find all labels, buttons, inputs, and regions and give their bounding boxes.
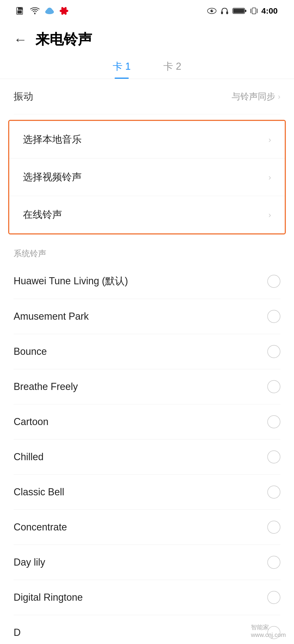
radio-btn-cartoon[interactable] bbox=[267, 415, 280, 428]
radio-btn-day-lily[interactable] bbox=[267, 556, 280, 569]
video-ringtone-label: 选择视频铃声 bbox=[23, 170, 82, 184]
vibration-chevron: › bbox=[278, 92, 280, 101]
ringtone-name-cartoon: Cartoon bbox=[14, 416, 48, 428]
sim-icon bbox=[16, 7, 26, 15]
status-bar: 4:00 bbox=[0, 0, 294, 22]
svg-point-15 bbox=[210, 10, 213, 12]
status-bar-left-icons bbox=[16, 6, 69, 16]
radio-btn-breathe-freely[interactable] bbox=[267, 380, 280, 393]
ringtone-list: Huawei Tune Living (默认) Amusement Park B… bbox=[0, 264, 294, 644]
ringtone-item-digital-ringtone[interactable]: Digital Ringtone bbox=[14, 580, 280, 615]
ringtone-name-chilled: Chilled bbox=[14, 451, 44, 463]
local-music-label: 选择本地音乐 bbox=[23, 133, 82, 146]
vibration-row[interactable]: 振动 与铃声同步 › bbox=[14, 79, 280, 114]
ringtone-name-bounce: Bounce bbox=[14, 346, 47, 357]
watermark: 智能家 www.cnj.com bbox=[251, 623, 286, 639]
ringtone-item-breathe-freely[interactable]: Breathe Freely bbox=[14, 369, 280, 404]
ringtone-name-partial: D bbox=[14, 627, 21, 638]
watermark-line1: 智能家 bbox=[251, 623, 286, 631]
vibration-label: 振动 bbox=[14, 90, 33, 103]
svg-marker-2 bbox=[18, 7, 22, 10]
eye-icon bbox=[207, 7, 217, 14]
svg-rect-22 bbox=[252, 8, 256, 14]
svg-point-3 bbox=[34, 13, 36, 14]
online-ringtone-chevron: › bbox=[268, 210, 271, 219]
video-ringtone-chevron: › bbox=[268, 173, 271, 182]
vibration-section: 振动 与铃声同步 › bbox=[0, 79, 294, 114]
ringtone-item-day-lily[interactable]: Day lily bbox=[14, 545, 280, 580]
highlighted-menu-box: 选择本地音乐 › 选择视频铃声 › 在线铃声 › bbox=[8, 120, 286, 234]
system-ringtones-header: 系统铃声 bbox=[0, 240, 294, 264]
ringtone-name-concentrate: Concentrate bbox=[14, 521, 67, 533]
watermark-line2: www.cnj.com bbox=[251, 631, 286, 639]
ringtone-name-huawei-tune: Huawei Tune Living (默认) bbox=[14, 274, 128, 288]
vibration-value-text: 与铃声同步 bbox=[232, 91, 275, 103]
svg-point-7 bbox=[47, 8, 52, 13]
online-ringtone-label: 在线铃声 bbox=[23, 208, 62, 221]
battery-icon bbox=[232, 7, 247, 14]
radio-btn-classic-bell[interactable] bbox=[267, 486, 280, 499]
ringtone-item-partial[interactable]: D bbox=[14, 615, 280, 644]
system-ringtones-label: 系统铃声 bbox=[14, 249, 46, 258]
status-time: 4:00 bbox=[261, 6, 278, 16]
vibrate-icon bbox=[250, 7, 258, 15]
tab-card2-label: 卡 2 bbox=[163, 60, 181, 73]
tabs-container: 卡 1 卡 2 bbox=[0, 54, 294, 79]
ringtone-item-classic-bell[interactable]: Classic Bell bbox=[14, 475, 280, 510]
header: ← 来电铃声 bbox=[0, 22, 294, 54]
status-bar-right-icons: 4:00 bbox=[207, 6, 278, 16]
ringtone-name-breathe-freely: Breathe Freely bbox=[14, 381, 78, 392]
ringtone-item-concentrate[interactable]: Concentrate bbox=[14, 510, 280, 545]
menu-item-local-music[interactable]: 选择本地音乐 › bbox=[9, 121, 285, 158]
vibration-value: 与铃声同步 › bbox=[232, 91, 280, 103]
huawei-icon bbox=[59, 6, 69, 16]
tab-card2[interactable]: 卡 2 bbox=[163, 60, 181, 79]
svg-rect-20 bbox=[233, 9, 244, 13]
wifi-icon bbox=[30, 7, 40, 15]
menu-item-video-ringtone[interactable]: 选择视频铃声 › bbox=[9, 158, 285, 196]
headphone-icon bbox=[220, 7, 229, 15]
cloud-icon bbox=[44, 7, 55, 15]
page-title: 来电铃声 bbox=[35, 30, 92, 49]
radio-btn-concentrate[interactable] bbox=[267, 521, 280, 534]
back-button[interactable]: ← bbox=[14, 33, 27, 46]
tab-card1[interactable]: 卡 1 bbox=[113, 60, 131, 79]
svg-rect-1 bbox=[17, 10, 22, 14]
ringtone-name-classic-bell: Classic Bell bbox=[14, 486, 64, 498]
menu-item-online-ringtone[interactable]: 在线铃声 › bbox=[9, 196, 285, 233]
radio-btn-bounce[interactable] bbox=[267, 345, 280, 358]
tab-card1-label: 卡 1 bbox=[113, 60, 131, 73]
svg-rect-21 bbox=[245, 10, 246, 12]
svg-point-13 bbox=[60, 10, 65, 12]
svg-point-16 bbox=[212, 10, 213, 11]
ringtone-name-digital-ringtone: Digital Ringtone bbox=[14, 592, 83, 603]
ringtone-item-cartoon[interactable]: Cartoon bbox=[14, 404, 280, 439]
ringtone-item-chilled[interactable]: Chilled bbox=[14, 439, 280, 475]
ringtone-name-day-lily: Day lily bbox=[14, 557, 45, 568]
svg-rect-17 bbox=[221, 11, 223, 14]
ringtone-item-bounce[interactable]: Bounce bbox=[14, 334, 280, 369]
radio-btn-digital-ringtone[interactable] bbox=[267, 591, 280, 604]
local-music-chevron: › bbox=[268, 135, 271, 144]
ringtone-name-amusement-park: Amusement Park bbox=[14, 311, 89, 322]
radio-btn-chilled[interactable] bbox=[267, 450, 280, 463]
ringtone-item-amusement-park[interactable]: Amusement Park bbox=[14, 299, 280, 334]
tab-card1-underline bbox=[115, 78, 129, 79]
ringtone-item-huawei-tune[interactable]: Huawei Tune Living (默认) bbox=[14, 264, 280, 299]
radio-btn-huawei-tune[interactable] bbox=[267, 275, 280, 288]
svg-rect-18 bbox=[226, 11, 228, 14]
radio-btn-amusement-park[interactable] bbox=[267, 310, 280, 323]
